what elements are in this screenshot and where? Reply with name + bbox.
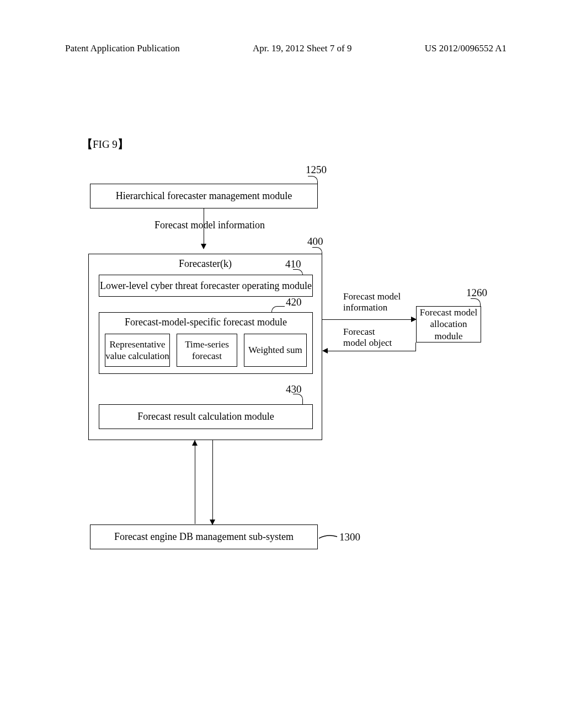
figure-9-diagram: 1250 Hierarchical forecaster management … — [88, 165, 486, 607]
patent-page: Patent Application Publication Apr. 19, … — [0, 0, 565, 728]
time-series-box: Time-series forecast — [177, 334, 237, 367]
arrowhead-to-allocation — [411, 317, 417, 322]
alloc-return-drop — [415, 342, 416, 351]
figure-label: 【 FIG 9 】 — [82, 137, 129, 152]
db-subsystem-box: Forecast engine DB management sub-system — [90, 524, 318, 549]
header-right: US 2012/0096552 A1 — [425, 43, 507, 54]
weighted-sum-label: Weighted sum — [248, 344, 302, 356]
time-series-label: Time-series forecast — [185, 339, 229, 362]
arrow-forecaster-to-db-up — [195, 440, 195, 524]
specific-module-title: Forecast-model-specific forecast module — [99, 316, 312, 329]
allocation-module-label: Forecast model allocation module — [417, 307, 481, 342]
result-module-label: Forecast result calculation module — [137, 410, 274, 423]
forecast-model-info-label: Forecast model information — [154, 220, 265, 231]
header-center: Apr. 19, 2012 Sheet 7 of 9 — [253, 43, 351, 54]
leader-430 — [293, 394, 303, 405]
representative-value-label: Representative value calculation — [105, 339, 169, 362]
specific-module-box: Forecast-model-specific forecast module … — [99, 312, 313, 374]
lower-level-box: Lower-level cyber threat forecaster oper… — [99, 275, 313, 297]
open-bracket: 【 — [82, 137, 93, 152]
hierarchical-forecaster-label: Hierarchical forecaster management modul… — [116, 190, 292, 202]
close-bracket: 】 — [118, 137, 129, 152]
arrow-forecaster-to-db-down — [212, 440, 213, 524]
ref-400: 400 — [307, 235, 323, 248]
db-subsystem-label: Forecast engine DB management sub-system — [114, 531, 294, 543]
forecast-model-info-side-label: Forecast model information — [343, 291, 401, 313]
leader-1260 — [471, 298, 481, 306]
result-module-box: Forecast result calculation module — [99, 404, 313, 429]
ref-1250: 1250 — [306, 164, 327, 176]
header-left: Patent Application Publication — [65, 43, 180, 54]
forecast-model-object-label: Forecast model object — [343, 326, 392, 349]
lower-level-label: Lower-level cyber threat forecaster oper… — [100, 280, 312, 292]
forecaster-k-box: Forecaster(k) 410 Lower-level cyber thre… — [88, 254, 322, 440]
ref-1260: 1260 — [466, 287, 487, 299]
arrow-from-allocation — [327, 351, 416, 351]
leader-1250 — [308, 176, 318, 184]
allocation-module-box: Forecast model allocation module — [416, 306, 481, 342]
representative-value-box: Representative value calculation — [105, 334, 170, 367]
ref-1300: 1300 — [339, 531, 360, 543]
arrowhead-from-allocation — [322, 348, 328, 354]
ref-420: 420 — [286, 296, 302, 309]
figure-number: FIG 9 — [93, 138, 118, 151]
arrow-to-allocation — [322, 319, 416, 320]
hierarchical-forecaster-box: Hierarchical forecaster management modul… — [90, 184, 318, 208]
page-header: Patent Application Publication Apr. 19, … — [0, 43, 565, 54]
arrowhead-top-down — [201, 244, 206, 249]
arrowhead-up-db — [192, 440, 198, 446]
leader-1300 — [319, 534, 338, 543]
weighted-sum-box: Weighted sum — [244, 334, 307, 367]
